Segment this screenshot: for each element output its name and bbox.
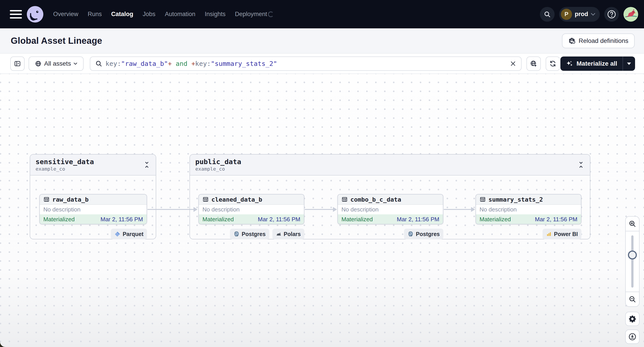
nav-tab-overview[interactable]: Overview [53,11,78,18]
lineage-toolbar: All assets key:"raw_data_b"+ and +key:"s… [0,54,644,74]
globe-add-icon [530,60,537,67]
materialize-all-button[interactable]: Materialize all [560,56,622,71]
search-query-text: key:"raw_data_b"+ and +key:"summary_stat… [106,60,507,67]
graph-settings-button[interactable] [625,312,640,326]
lineage-canvas[interactable]: sensitive_dataexample_copublic_dataexamp… [0,74,644,347]
nav-tab-jobs[interactable]: Jobs [143,11,156,18]
materialization-timestamp: Mar 2, 11:56 PM [258,216,300,223]
menu-icon[interactable] [10,9,22,19]
postgres-icon [408,231,414,237]
dagster-logo[interactable] [27,6,43,22]
tag-parquet[interactable]: Parquet [111,229,147,239]
materialization-timestamp: Mar 2, 11:56 PM [535,216,578,223]
table-icon [342,196,348,203]
collapse-icon [143,161,150,168]
powerbi-icon [546,231,552,237]
group-repo: example_co [195,166,578,172]
tag-label: Postgres [242,231,266,237]
tag-postgres[interactable]: Postgres [230,229,269,239]
edge-arrowhead-icon [194,207,198,212]
download-image-button[interactable] [625,330,640,344]
status-badge: Materialized [480,216,511,223]
lineage-edge [305,209,334,210]
zoom-in-button[interactable] [626,217,639,231]
query-segment-value: "raw_data_b" [121,60,168,67]
asset-node-raw_data_b[interactable]: raw_data_bNo descriptionMaterializedMar … [39,194,147,224]
view-scope-button[interactable] [526,56,541,71]
tag-label: Polars [284,231,301,237]
asset-tag-row: Postgres [338,229,443,239]
collapse-group-button[interactable] [578,161,584,168]
asset-node-combo_b_c_data[interactable]: combo_b_c_dataNo descriptionMaterialized… [338,194,443,224]
asset-description: No description [40,205,146,214]
zoom-out-button[interactable] [626,292,639,306]
table-icon [480,196,486,203]
status-badge: Materialized [202,216,234,223]
zoom-in-icon [628,220,636,228]
query-segment-op: + [168,60,172,67]
nav-tab-runs[interactable]: Runs [88,11,102,18]
query-segment-bool: and [172,60,191,67]
settings-icon [628,315,636,323]
clear-search-button[interactable] [510,60,516,67]
zoom-slider-track[interactable] [631,235,634,288]
refresh-graph-button[interactable] [546,56,560,71]
reload-definitions-button[interactable]: Reload definitions [562,33,634,48]
deployment-label: prod [575,11,588,18]
query-segment-value: "summary_stats_2" [211,60,277,67]
zoom-slider-handle[interactable] [628,251,637,260]
asset-header: combo_b_c_data [338,195,443,205]
nav-tab-deployment[interactable]: Deployment [235,11,267,18]
help-icon [607,9,616,19]
asset-tag-row: Power BI [476,229,582,239]
clear-icon [510,60,516,67]
chevron-down-icon [591,13,595,16]
tag-label: Postgres [416,231,440,237]
asset-scope-dropdown[interactable]: All assets [28,56,84,71]
asset-status-row: MaterializedMar 2, 11:56 PM [199,214,304,224]
nav-tabs: OverviewRunsCatalogJobsAutomationInsight… [53,11,267,18]
parquet-icon [114,231,120,237]
group-header[interactable]: public_dataexample_co [190,155,590,176]
page-title: Global Asset Lineage [11,36,102,46]
nav-tab-catalog[interactable]: Catalog [111,11,134,18]
materialize-options-button[interactable] [622,56,635,71]
asset-search-input[interactable]: key:"raw_data_b"+ and +key:"summary_stat… [90,56,522,71]
table-icon [43,196,50,203]
tag-postgres[interactable]: Postgres [404,229,443,239]
collapse-group-button[interactable] [143,161,150,168]
group-header[interactable]: sensitive_dataexample_co [30,155,156,176]
search-button[interactable] [540,7,554,22]
collapse-icon [578,161,584,168]
asset-description: No description [199,205,304,214]
asset-header: cleaned_data_b [199,195,304,205]
asset-node-cleaned_data_b[interactable]: cleaned_data_bNo descriptionMaterialized… [198,194,304,224]
download-icon [628,333,636,341]
asset-header: summary_stats_2 [476,195,581,205]
nav-tab-automation[interactable]: Automation [165,11,196,18]
asset-status-row: MaterializedMar 2, 11:56 PM [476,214,581,224]
asset-tag-row: PostgresPolars [198,229,304,239]
reload-definitions-label: Reload definitions [578,37,628,44]
globe-icon [35,60,42,67]
deployment-switcher[interactable]: P prod [559,7,600,22]
postgres-icon [234,231,240,237]
refresh-icon [549,60,556,67]
nav-tab-insights[interactable]: Insights [205,11,226,18]
user-avatar[interactable] [624,7,638,22]
open-panel-button[interactable] [10,56,24,71]
help-button[interactable] [604,7,619,22]
zoom-out-icon [628,296,636,303]
query-segment-attr: key: [106,60,121,67]
status-badge: Materialized [43,216,75,223]
deployment-avatar: P [561,9,572,20]
tag-power-bi[interactable]: Power BI [542,229,582,239]
lineage-edge [148,209,194,210]
tag-polars[interactable]: Polars [272,229,304,239]
tag-label: Parquet [123,231,144,237]
asset-node-summary_stats_2[interactable]: summary_stats_2No descriptionMaterialize… [476,194,582,224]
zoom-controls [625,216,640,307]
polars-icon [276,231,282,237]
materialization-timestamp: Mar 2, 11:56 PM [397,216,439,223]
tag-label: Power BI [554,231,578,237]
